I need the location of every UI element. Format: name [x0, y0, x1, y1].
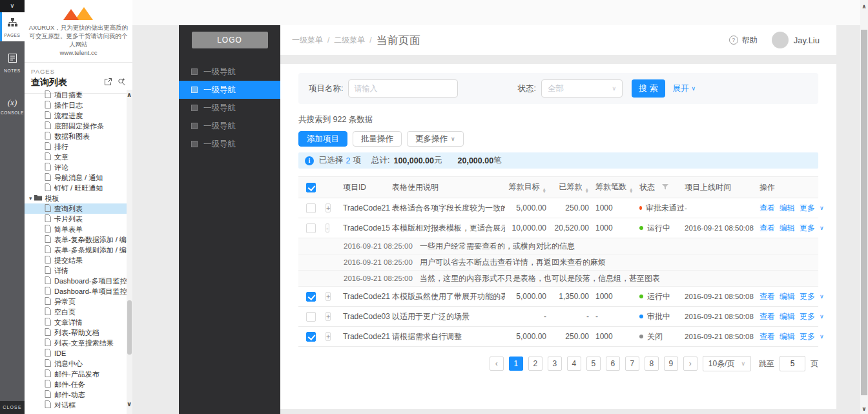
row-action-link[interactable]: 编辑 — [780, 331, 795, 342]
scrollbar-up-icon[interactable]: ∧ — [860, 3, 868, 10]
search-button[interactable]: 搜 索 — [632, 79, 665, 98]
row-action-link[interactable]: 查看 — [760, 331, 775, 342]
row-action-link[interactable]: 更多 — [800, 203, 815, 214]
jump-page-input[interactable] — [780, 356, 805, 371]
sidebar-page-item[interactable]: ▾ 提交结果 — [25, 255, 127, 265]
sidebar-page-item[interactable]: ▾ 底部固定操作条 — [25, 121, 127, 131]
row-more-caret-icon[interactable]: ∨ — [820, 313, 824, 320]
row-action-link[interactable]: 编辑 — [780, 203, 795, 214]
sidebar-page-item[interactable]: ▾ 文章详情 — [25, 317, 127, 327]
row-action-link[interactable]: 查看 — [760, 291, 775, 302]
sidebar-page-item[interactable]: ▾ Dashboard-单项目监控 — [25, 286, 127, 296]
sidebar-page-item[interactable]: ▾ 简单表单 — [25, 224, 127, 234]
row-more-caret-icon[interactable]: ∨ — [820, 225, 824, 231]
prev-page-button[interactable]: ‹ — [490, 357, 504, 371]
page-scrollbar[interactable]: ∧ ∨ — [860, 0, 868, 414]
row-more-caret-icon[interactable]: ∨ — [820, 205, 824, 211]
sidebar-page-item[interactable]: ▾ 数据和图表 — [25, 131, 127, 141]
sidebar-page-item[interactable]: ▾ 项目摘要 — [25, 90, 127, 100]
tree-scroll-up-icon[interactable]: ∧ — [127, 91, 132, 98]
sidebar-scrollbar-thumb[interactable] — [127, 300, 132, 355]
row-action-link[interactable]: 更多 — [800, 331, 815, 342]
sidebar-page-item[interactable]: ▾ 邮件-任务 — [25, 379, 127, 389]
filter-icon[interactable] — [662, 183, 668, 192]
row-checkbox[interactable] — [306, 312, 316, 322]
row-action-link[interactable]: 更多 — [800, 223, 815, 234]
toolbar-item-pages[interactable]: PAGES — [0, 12, 25, 41]
sidebar-page-item[interactable]: ▾ 消息中心 — [25, 358, 127, 369]
nav-menu-item[interactable]: 一级导航 — [179, 135, 280, 153]
nav-menu-item[interactable]: 一级导航 — [179, 63, 280, 81]
sidebar-page-item[interactable]: ▾ 卡片列表 — [25, 214, 127, 224]
sort-icon[interactable]: ▲▼ — [542, 188, 546, 194]
col-header-target[interactable]: 筹款目标▲▼ — [505, 181, 553, 194]
expand-row-button[interactable]: + — [326, 312, 331, 321]
more-actions-button[interactable]: 更多操作 ∨ — [407, 131, 464, 147]
sidebar-page-item[interactable]: ▾ 表单-多条规则添加 / 编辑 — [25, 245, 127, 255]
row-action-link[interactable]: 更多 — [800, 311, 815, 322]
row-checkbox[interactable] — [306, 203, 316, 213]
expand-row-button[interactable]: + — [326, 292, 331, 301]
page-scrollbar-thumb[interactable] — [861, 30, 867, 395]
row-checkbox[interactable] — [306, 223, 316, 233]
sidebar-page-item[interactable]: ▾ 列表-帮助文档 — [25, 327, 127, 338]
toolbar-item-notes[interactable]: NOTES — [0, 48, 25, 77]
sidebar-page-item[interactable]: ▾ 操作日志 — [25, 100, 127, 110]
username[interactable]: Jay.Liu — [794, 36, 820, 45]
page-number-button[interactable]: 8 — [645, 357, 659, 371]
sidebar-page-item[interactable]: ▾ 评论 — [25, 162, 127, 172]
sidebar-page-item[interactable]: ▾ 邮件-动态 — [25, 389, 127, 400]
expand-row-button[interactable]: + — [326, 203, 331, 212]
tree-scroll-down-icon[interactable]: ∨ — [127, 400, 132, 408]
row-action-link[interactable]: 编辑 — [780, 311, 795, 322]
expand-row-button[interactable]: + — [326, 332, 331, 341]
row-action-link[interactable]: 查看 — [760, 203, 775, 214]
batch-actions-button[interactable]: 批量操作 — [353, 131, 402, 147]
row-checkbox[interactable] — [306, 292, 316, 302]
folder-caret-icon[interactable]: ▾ — [29, 195, 32, 202]
expand-row-button[interactable]: - — [326, 223, 329, 233]
sidebar-page-item[interactable]: ▾ 异常页 — [25, 296, 127, 307]
page-size-select[interactable]: 10条/页 ∨ — [703, 356, 751, 371]
col-header-status[interactable]: 状态 — [634, 182, 685, 193]
page-number-button[interactable]: 5 — [586, 357, 601, 371]
sidebar-page-item[interactable]: ▾ 表单-复杂数据添加 / 编辑 — [25, 234, 127, 245]
sort-icon[interactable]: ▲▼ — [629, 188, 633, 194]
row-more-caret-icon[interactable]: ∨ — [820, 333, 824, 340]
sidebar-page-item[interactable]: ▾ 文章 — [25, 152, 127, 162]
page-number-button[interactable]: 3 — [548, 357, 562, 371]
breadcrumb-item[interactable]: 一级菜单 — [292, 35, 323, 46]
status-select[interactable]: 全部 ∨ — [541, 79, 623, 98]
sidebar-page-item[interactable]: ▾ 模板 — [25, 193, 127, 203]
breadcrumb-item[interactable]: 二级菜单 — [334, 35, 365, 46]
search-pages-icon[interactable] — [118, 77, 126, 88]
expand-filters-link[interactable]: 展开 ∨ — [673, 83, 696, 94]
sidebar-scrollbar[interactable] — [127, 90, 132, 414]
page-number-button[interactable]: 9 — [664, 357, 678, 371]
sidebar-page-item[interactable]: ▾ Dashboard-多项目监控 — [25, 276, 127, 286]
page-number-button[interactable]: 7 — [625, 357, 639, 371]
page-number-button[interactable]: 6 — [606, 357, 620, 371]
help-icon[interactable]: ? — [729, 36, 738, 45]
row-action-link[interactable]: 查看 — [760, 223, 775, 234]
sidebar-page-item[interactable]: ▾ 空白页 — [25, 307, 127, 317]
nav-menu-item[interactable]: 一级导航 — [179, 81, 280, 99]
avatar[interactable] — [772, 32, 789, 48]
help-link[interactable]: 帮助 — [742, 35, 758, 46]
sidebar-page-item[interactable]: ▾ 钉钉 / 旺旺通知 — [25, 183, 127, 193]
sidebar-page-item[interactable]: ▾ 详情 — [25, 265, 127, 276]
next-page-button[interactable]: › — [683, 357, 698, 371]
row-action-link[interactable]: 编辑 — [780, 223, 795, 234]
sidebar-page-item[interactable]: ▾ 排行 — [25, 141, 127, 152]
sidebar-page-item[interactable]: ▾ IDE — [25, 348, 127, 358]
row-checkbox[interactable] — [306, 332, 316, 342]
sidebar-page-item[interactable]: ▾ 流程进度 — [25, 110, 127, 121]
add-project-button[interactable]: 添加项目 — [298, 131, 347, 147]
toolbar-item-console[interactable]: (x) CONSOLE — [0, 91, 25, 119]
sort-icon[interactable]: ▲▼ — [585, 188, 589, 194]
row-action-link[interactable]: 编辑 — [780, 291, 795, 302]
scrollbar-down-icon[interactable]: ∨ — [860, 406, 868, 412]
row-more-caret-icon[interactable]: ∨ — [820, 293, 824, 300]
nav-menu-item[interactable]: 一级导航 — [179, 117, 280, 135]
page-number-button[interactable]: 4 — [567, 357, 581, 371]
